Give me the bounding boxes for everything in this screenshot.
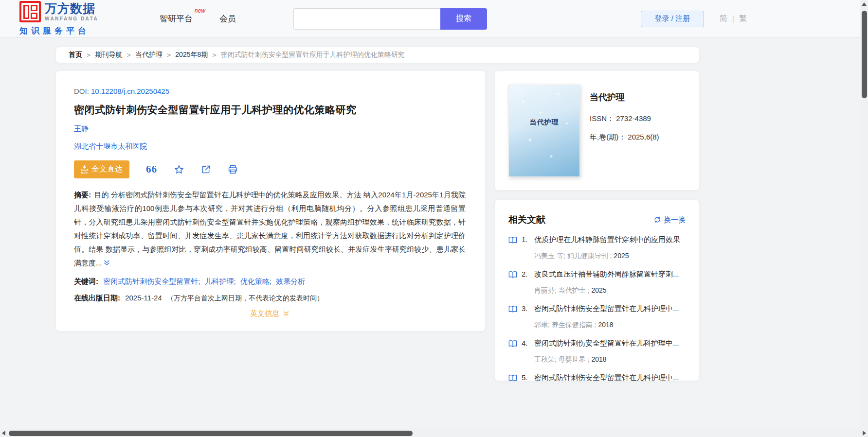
related-item-title[interactable]: 密闭式防针刺伤安全型留置针在儿科护理中...: [534, 373, 679, 381]
wanfang-logo-icon: [19, 1, 41, 22]
fulltext-button[interactable]: free 全文直达: [74, 160, 129, 178]
related-item: 4. 密闭式防针刺伤安全型留置针在儿科护理中... 王秋荣; 母婴世界 ; 20…: [508, 339, 686, 364]
journal-card: 当代护理 当代护理 ISSN： 2732-4389 年,卷(期)： 2025,6…: [495, 71, 699, 190]
horizontal-scrollbar-thumb[interactable]: [9, 431, 413, 436]
search-button[interactable]: 搜索: [440, 8, 487, 30]
issn-label: ISSN：: [590, 114, 614, 122]
abstract: 摘要:目的 分析密闭式防针刺伤安全型留置针在儿科护理中的优化策略及应用效果。方法…: [74, 188, 466, 271]
related-item-meta: 冯美玉 等; 妇儿健康导刊 ; 2025: [534, 252, 686, 261]
keyword-link[interactable]: 密闭式防针刺伤安全型留置针;: [103, 277, 200, 285]
expand-abstract-icon[interactable]: [103, 257, 110, 271]
volume-value: 2025,6(8): [628, 133, 659, 141]
breadcrumb-separator: >: [212, 51, 216, 59]
online-date-value: 2025-11-24: [125, 294, 162, 302]
online-date-note: （万方平台首次上网日期，不代表论文的发表时间）: [167, 294, 324, 302]
brand-tagline: 知识服务平台: [19, 25, 119, 36]
book-icon: [508, 374, 517, 381]
breadcrumb-separator: >: [127, 51, 130, 59]
vertical-scrollbar-thumb[interactable]: [862, 11, 867, 98]
vertical-scrollbar[interactable]: [860, 0, 868, 429]
download-free-icon: free: [81, 165, 88, 175]
book-icon: [508, 305, 517, 315]
related-item-number: 3.: [522, 304, 534, 313]
keywords-label: 关键词:: [74, 277, 98, 285]
related-literature-card: 相关文献 换一换: [495, 200, 699, 381]
related-item-meta: 郭琳; 养生保健指南 ; 2018: [534, 321, 686, 330]
brand-name-en: WANFANG DATA: [45, 16, 98, 21]
related-item-title[interactable]: 改良式血压计袖带辅助外周静脉留置针穿刺...: [534, 270, 679, 279]
print-icon[interactable]: [228, 164, 238, 175]
book-icon: [508, 340, 517, 350]
keyword-link[interactable]: 儿科护理;: [205, 277, 236, 285]
breadcrumb: 首页 > 期刊导航 > 当代护理 > 2025年8期 > 密闭式防针刺伤安全型留…: [56, 47, 699, 63]
wanfang-logo[interactable]: 万方数据 WANFANG DATA 知识服务平台: [19, 1, 119, 36]
favorite-star-icon[interactable]: [174, 164, 184, 175]
related-item: 1. 优质护理在儿科静脉留置针穿刺中的应用效果 冯美玉 等; 妇儿健康导刊 ; …: [508, 235, 686, 261]
scroll-up-arrow[interactable]: [860, 0, 868, 8]
abstract-text: 目的 分析密闭式防针刺伤安全型留置针在儿科护理中的优化策略及应用效果。方法 纳入…: [74, 191, 466, 267]
keyword-link[interactable]: 优化策略;: [240, 277, 271, 285]
header: 万方数据 WANFANG DATA 知识服务平台 智研平台 new 会员 搜索 …: [0, 0, 868, 38]
language-switch: 简 | 繁: [720, 14, 747, 24]
related-item-title[interactable]: 密闭式防针刺伤安全型留置针在儿科护理中...: [534, 339, 679, 348]
breadcrumb-separator: >: [87, 51, 90, 59]
related-item: 3. 密闭式防针刺伤安全型留置针在儿科护理中... 郭琳; 养生保健指南 ; 2…: [508, 304, 686, 330]
action-row: free 全文直达 66: [74, 160, 466, 178]
search-input[interactable]: [293, 8, 440, 30]
issn-value: 2732-4389: [616, 114, 651, 122]
journal-cover[interactable]: 当代护理: [508, 85, 580, 177]
scroll-left-arrow[interactable]: [2, 431, 5, 436]
main-nav: 智研平台 new 会员: [133, 13, 236, 24]
abstract-label: 摘要:: [74, 191, 91, 199]
affiliation-link[interactable]: 湖北省十堰市太和医院: [74, 142, 147, 150]
article-title: 密闭式防针刺伤安全型留置针应用于儿科护理的优化策略研究: [74, 103, 466, 117]
book-icon: [508, 236, 517, 246]
horizontal-scrollbar[interactable]: [0, 429, 868, 437]
english-info-toggle[interactable]: 英文信息: [250, 309, 289, 317]
related-item-number: 5.: [522, 373, 534, 381]
author-link[interactable]: 王静: [74, 124, 89, 133]
related-item-title[interactable]: 密闭式防针刺伤安全型留置针在儿科护理中...: [534, 304, 679, 314]
page: 万方数据 WANFANG DATA 知识服务平台 智研平台 new 会员 搜索 …: [0, 0, 868, 437]
lang-divider: |: [732, 15, 734, 23]
doi-link[interactable]: 10.12208/j.cn.20250425: [91, 87, 169, 95]
keyword-link[interactable]: 效果分析: [276, 277, 305, 285]
breadcrumb-home[interactable]: 首页: [69, 51, 82, 59]
lang-simplified[interactable]: 简: [720, 14, 727, 24]
related-item-number: 2.: [522, 270, 534, 278]
lang-traditional[interactable]: 繁: [739, 14, 747, 24]
breadcrumb-journal-nav[interactable]: 期刊导航: [95, 51, 122, 59]
journal-cover-title: 当代护理: [509, 118, 579, 127]
nav-item-zhiyan[interactable]: 智研平台 new: [160, 13, 193, 24]
search-bar: 搜索: [293, 8, 487, 30]
scroll-right-arrow[interactable]: [863, 431, 866, 436]
breadcrumb-journal[interactable]: 当代护理: [135, 51, 163, 59]
book-icon: [508, 271, 517, 280]
journal-name[interactable]: 当代护理: [590, 91, 659, 103]
new-badge: new: [195, 7, 205, 14]
online-date-row: 在线出版日期: 2025-11-24 （万方平台首次上网日期，不代表论文的发表时…: [74, 294, 466, 303]
share-export-icon[interactable]: [201, 164, 211, 175]
related-item-number: 1.: [522, 235, 534, 244]
breadcrumb-current: 密闭式防针刺伤安全型留置针应用于儿科护理的优化策略研究: [221, 51, 405, 59]
nav-item-member[interactable]: 会员: [219, 13, 236, 24]
related-item-meta: 肖丽芬; 当代护士 ; 2025: [534, 286, 686, 295]
keywords-row: 关键词: 密闭式防针刺伤安全型留置针; 儿科护理; 优化策略; 效果分析: [74, 275, 466, 288]
related-item: 5. 密闭式防针刺伤安全型留置针在儿科护理中...: [508, 373, 686, 381]
breadcrumb-separator: >: [167, 51, 171, 59]
refresh-related-button[interactable]: 换一换: [653, 215, 686, 225]
article-card: DOI: 10.12208/j.cn.20250425 密闭式防针刺伤安全型留置…: [56, 71, 485, 331]
online-date-label: 在线出版日期:: [74, 294, 120, 302]
related-item-meta: 王秋荣; 母婴世界 ; 2018: [534, 355, 686, 364]
breadcrumb-issue[interactable]: 2025年8期: [175, 51, 208, 59]
doi-label: DOI:: [74, 87, 89, 95]
related-title: 相关文献: [508, 213, 545, 226]
related-item-title[interactable]: 优质护理在儿科静脉留置针穿刺中的应用效果: [534, 235, 680, 245]
cite-icon[interactable]: 66: [146, 163, 157, 175]
related-item-number: 4.: [522, 339, 534, 347]
related-item: 2. 改良式血压计袖带辅助外周静脉留置针穿刺... 肖丽芬; 当代护士 ; 20…: [508, 270, 686, 295]
brand-name-cn: 万方数据: [45, 2, 98, 15]
login-register-button[interactable]: 登录 / 注册: [641, 11, 704, 27]
volume-label: 年,卷(期)：: [590, 133, 626, 141]
